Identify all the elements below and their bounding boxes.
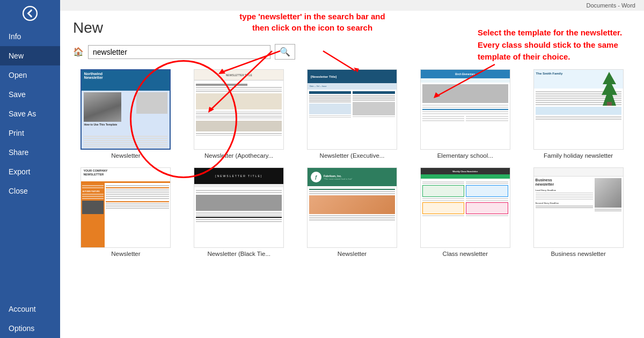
template-label-2: Newsletter (Apothecary... <box>204 152 273 159</box>
template-label-3: Newsletter (Executive... <box>320 152 385 159</box>
template-thumb-10[interactable]: Businessnewsletter Lead Story Headline S… <box>533 167 624 248</box>
main-area: Documents - Word New 🏠 🔍 NorthwindNewsle… <box>60 0 644 338</box>
sidebar-item-open[interactable]: Open <box>0 65 60 85</box>
template-family-holiday[interactable]: The Smith Family <box>525 69 631 159</box>
sidebar-item-options[interactable]: Options <box>0 319 60 338</box>
template-business-newsletter[interactable]: Businessnewsletter Lead Story Headline S… <box>525 167 631 257</box>
template-label-7: Newsletter (Black Tie... <box>207 251 270 257</box>
template-thumb-2[interactable]: NEWSLETTER TITLE <box>194 69 284 150</box>
template-thumb-9[interactable]: Weekly Class Newsletter <box>420 167 510 248</box>
svg-rect-2 <box>607 102 612 106</box>
sidebar-item-new[interactable]: New <box>0 46 60 65</box>
template-thumb-4[interactable]: Birch Elementary <box>420 69 510 150</box>
sidebar-bottom: Account Options <box>0 299 60 338</box>
sidebar-item-close[interactable]: Close <box>0 181 60 201</box>
template-label-1: Newsletter <box>111 152 140 159</box>
content-area: New 🏠 🔍 NorthwindNewsletter <box>60 11 644 338</box>
template-class-newsletter[interactable]: Weekly Class Newsletter <box>412 167 518 257</box>
sidebar-item-export[interactable]: Export <box>0 162 60 181</box>
template-thumb-3[interactable]: [Newsletter Title] Date — Vol — Issue <box>307 69 397 150</box>
template-fabrikam[interactable]: ƒ Fabrikam, Inc. "The most natural food … <box>299 167 405 257</box>
topbar-breadcrumb: Documents - Word <box>60 0 644 11</box>
template-thumb-8[interactable]: ƒ Fabrikam, Inc. "The most natural food … <box>307 167 397 248</box>
template-newsletter-apothecary[interactable]: NEWSLETTER TITLE Newsletter <box>186 69 292 159</box>
template-company-newsletter[interactable]: YOUR COMPANYNEWSLETTER AUTUMN FEATURE <box>73 167 179 257</box>
sidebar: Info New Open Save Save As Print Share E… <box>0 0 60 338</box>
template-thumb-5[interactable]: The Smith Family <box>533 69 624 150</box>
template-elementary[interactable]: Birch Elementary <box>412 69 518 159</box>
sidebar-item-print[interactable]: Print <box>0 123 60 143</box>
svg-marker-1 <box>602 72 617 106</box>
sidebar-item-account[interactable]: Account <box>0 299 60 319</box>
template-newsletter-executive[interactable]: [Newsletter Title] Date — Vol — Issue <box>299 69 405 159</box>
templates-grid: NorthwindNewsletter <box>73 69 631 257</box>
back-button[interactable] <box>0 0 60 27</box>
template-label-9: Class newsletter <box>443 251 488 257</box>
template-newsletter-1[interactable]: NorthwindNewsletter <box>73 69 179 159</box>
sidebar-item-save-as[interactable]: Save As <box>0 104 60 123</box>
template-label-8: Newsletter <box>338 251 367 257</box>
search-bar: 🏠 🔍 <box>73 44 631 60</box>
template-label-6: Newsletter <box>111 251 140 257</box>
template-label-10: Business newsletter <box>551 251 605 257</box>
sidebar-item-save[interactable]: Save <box>0 85 60 104</box>
page-title: New <box>73 19 631 36</box>
home-icon[interactable]: 🏠 <box>73 47 84 57</box>
sidebar-item-info[interactable]: Info <box>0 27 60 46</box>
template-thumb-6[interactable]: YOUR COMPANYNEWSLETTER AUTUMN FEATURE <box>80 167 171 248</box>
template-label-4: Elementary school... <box>437 152 493 159</box>
template-thumb-7[interactable]: [NEWSLETTER TITLE] <box>194 167 284 248</box>
search-button[interactable]: 🔍 <box>275 44 295 60</box>
search-input[interactable] <box>88 45 270 59</box>
template-label-5: Family holiday newsletter <box>544 152 613 159</box>
svg-point-0 <box>23 6 37 20</box>
sidebar-item-share[interactable]: Share <box>0 143 60 162</box>
template-black-tie[interactable]: [NEWSLETTER TITLE] <box>186 167 292 257</box>
template-thumb-1[interactable]: NorthwindNewsletter <box>80 69 171 150</box>
